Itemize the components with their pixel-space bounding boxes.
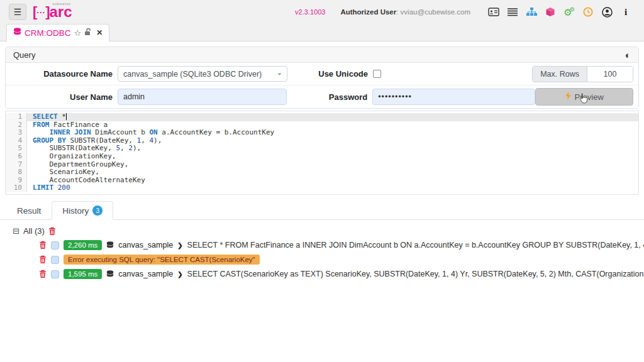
theme-toggle-icon[interactable]: ◐ bbox=[625, 50, 631, 60]
datasource-row: Datasource Name canvas_sample (SQLite3 O… bbox=[6, 63, 638, 85]
history-count-badge: 3 bbox=[92, 206, 103, 216]
cube-icon[interactable] bbox=[541, 4, 560, 19]
lightning-bolt-icon bbox=[565, 92, 571, 102]
list-icon[interactable] bbox=[503, 4, 522, 19]
history-row-checkbox[interactable] bbox=[51, 270, 59, 278]
authorized-user: Authorized User: vviau@cubewise.com bbox=[340, 8, 470, 16]
sitemap-icon[interactable] bbox=[522, 4, 541, 19]
duration-badge: 2,260 ms bbox=[64, 240, 102, 250]
max-rows-input[interactable] bbox=[587, 67, 633, 82]
error-badge: Error executing SQL query: "SELECT CAST(… bbox=[64, 255, 260, 265]
result-history-tabs: Result History 3 bbox=[0, 200, 644, 220]
datasource-name: canvas_sample bbox=[118, 241, 173, 250]
chevron-right-icon: ❯ bbox=[177, 242, 182, 249]
duration-badge: 1,595 ms bbox=[64, 269, 102, 279]
chevron-right-icon: ❯ bbox=[177, 271, 182, 278]
database-icon bbox=[106, 241, 114, 250]
clock-icon[interactable] bbox=[579, 4, 597, 19]
cogs-icon[interactable]: ⚙⚙ bbox=[560, 4, 579, 19]
history-row[interactable]: 1,595 mscanvas_sample❯SELECT CAST(Scenar… bbox=[13, 269, 644, 279]
history-sql-text: SELECT * FROM FactFinance a INNER JOIN D… bbox=[187, 241, 644, 250]
preview-button[interactable]: Preview bbox=[535, 88, 633, 106]
line-number: 5 bbox=[6, 145, 27, 153]
credentials-row: User Name Password Preview bbox=[6, 85, 638, 108]
use-unicode-label: Use Unicode bbox=[311, 69, 368, 79]
datasource-name: canvas_sample bbox=[118, 270, 173, 278]
code-text: LIMIT 200 bbox=[27, 184, 638, 192]
delete-row-trash-icon[interactable] bbox=[39, 241, 47, 250]
logo-dots: ... bbox=[36, 4, 45, 17]
id-card-icon[interactable] bbox=[484, 4, 503, 19]
line-number: 3 bbox=[6, 129, 27, 137]
line-number: 6 bbox=[6, 153, 27, 161]
use-unicode-checkbox[interactable] bbox=[373, 70, 381, 78]
tab-title: CRM:ODBC bbox=[25, 28, 71, 38]
code-text: SELECT * bbox=[27, 113, 638, 121]
line-number: 10 bbox=[6, 184, 27, 192]
database-icon bbox=[106, 270, 114, 278]
history-row[interactable]: Error executing SQL query: "SELECT CAST(… bbox=[13, 255, 644, 265]
document-tab-bar: CRM:ODBC ☆ ✕ bbox=[0, 24, 644, 41]
history-section: ⊟ All (3) 2,260 mscanvas_sample❯SELECT *… bbox=[0, 220, 644, 279]
history-row-checkbox[interactable] bbox=[51, 241, 59, 250]
query-panel: Query ◐ Datasource Name canvas_sample (S… bbox=[5, 47, 639, 109]
history-row[interactable]: 2,260 mscanvas_sample❯SELECT * FROM Fact… bbox=[13, 240, 644, 250]
database-icon bbox=[13, 28, 21, 38]
history-group-header: ⊟ All (3) bbox=[13, 226, 644, 236]
datasource-label: Datasource Name bbox=[6, 69, 113, 79]
query-panel-title: Query bbox=[13, 50, 35, 60]
history-group-label: All (3) bbox=[23, 226, 45, 236]
delete-row-trash-icon[interactable] bbox=[39, 270, 47, 278]
tab-crm-odbc[interactable]: CRM:ODBC ☆ ✕ bbox=[6, 24, 109, 41]
unlock-icon[interactable] bbox=[84, 28, 92, 38]
query-panel-header: Query ◐ bbox=[6, 47, 638, 63]
password-input[interactable] bbox=[372, 89, 535, 105]
delete-row-trash-icon[interactable] bbox=[39, 255, 47, 264]
history-row-checkbox[interactable] bbox=[51, 256, 59, 264]
max-rows-group: Max. Rows bbox=[532, 66, 633, 82]
editor-line[interactable]: 10LIMIT 200 bbox=[6, 184, 638, 192]
close-icon[interactable]: ✕ bbox=[96, 28, 103, 37]
editor-line[interactable]: 7 DepartmentGroupKey, bbox=[6, 161, 638, 169]
user-circle-icon[interactable] bbox=[597, 4, 616, 19]
preview-button-label: Preview bbox=[575, 92, 604, 102]
collapse-icon[interactable]: ⊟ bbox=[13, 227, 19, 235]
delete-all-trash-icon[interactable] bbox=[48, 227, 56, 236]
code-text: AccountCodeAlternateKey bbox=[27, 177, 638, 185]
max-rows-label: Max. Rows bbox=[533, 67, 587, 82]
info-icon[interactable]: i bbox=[616, 4, 635, 19]
top-bar: ☰ [ ... ] arc cubewise v2.3.1003 Authori… bbox=[0, 0, 644, 24]
star-icon[interactable]: ☆ bbox=[74, 28, 82, 38]
line-number: 8 bbox=[6, 168, 27, 177]
line-number: 4 bbox=[6, 137, 27, 145]
sql-editor[interactable]: 1SELECT *2FROM FactFinance a3 INNER JOIN… bbox=[5, 111, 639, 195]
tab-result[interactable]: Result bbox=[6, 202, 52, 220]
line-number: 1 bbox=[6, 113, 27, 121]
line-number: 7 bbox=[6, 161, 27, 169]
code-text: DepartmentGroupKey, bbox=[27, 161, 638, 169]
tab-history[interactable]: History 3 bbox=[52, 201, 113, 220]
line-number: 2 bbox=[6, 121, 27, 129]
datasource-select[interactable]: canvas_sample (SQLite3 ODBC Driver) bbox=[118, 66, 287, 82]
code-text: SUBSTR(DateKey, 5, 2), bbox=[27, 145, 638, 153]
hamburger-icon: ☰ bbox=[14, 7, 22, 17]
history-sql-text: SELECT CAST(ScenarioKey as TEXT) Scenari… bbox=[187, 270, 644, 278]
editor-line[interactable]: 9 AccountCodeAlternateKey bbox=[6, 177, 638, 185]
username-input[interactable] bbox=[118, 89, 287, 105]
password-label: Password bbox=[311, 92, 367, 102]
username-label: User Name bbox=[6, 92, 113, 102]
arc-logo: [ ... ] arc cubewise bbox=[33, 6, 72, 18]
logo-text: arc bbox=[50, 6, 72, 18]
app-version: v2.3.1003 bbox=[295, 8, 325, 16]
hamburger-menu-button[interactable]: ☰ bbox=[9, 4, 26, 20]
logo-cubewise-text: cubewise bbox=[53, 2, 71, 6]
